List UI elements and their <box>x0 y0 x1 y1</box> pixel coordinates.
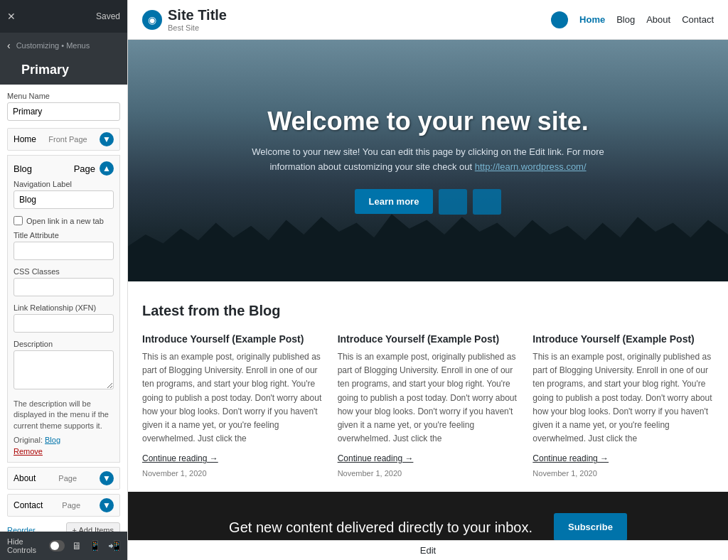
tablet-icon[interactable]: 📱 <box>89 540 101 551</box>
subscribe-button[interactable]: Subscribe <box>554 513 627 540</box>
home-item-toggle[interactable]: ▼ <box>100 132 114 146</box>
title-attr-group: Title Attribute <box>14 231 114 260</box>
nav-link-contact[interactable]: Contact <box>682 14 714 25</box>
original-blog-link[interactable]: Blog <box>45 436 60 444</box>
hide-controls-toggle[interactable] <box>49 540 65 551</box>
continue-reading-1[interactable]: Continue reading → <box>338 453 414 463</box>
site-header: ◉ Site Title Best Site Home Blog About C… <box>128 0 728 40</box>
new-tab-checkbox[interactable] <box>14 216 23 225</box>
blog-post-text-0: This is an example post, originally publ… <box>142 350 323 446</box>
hero-description: Welcome to your new site! You can edit t… <box>250 145 606 175</box>
nav-link-about[interactable]: About <box>646 14 670 25</box>
right-content: ◉ Site Title Best Site Home Blog About C… <box>128 0 728 560</box>
blog-post-title-0: Introduce Yourself (Example Post) <box>142 333 323 345</box>
subscribe-text: Get new content delivered directly to yo… <box>229 517 532 537</box>
reorder-add-row: Reorder + Add Items <box>7 522 120 532</box>
add-items-button[interactable]: + Add Items <box>66 522 120 532</box>
nav-logo-icon <box>551 11 568 28</box>
about-item-toggle[interactable]: ▼ <box>100 471 114 485</box>
mobile-icon[interactable]: 📲 <box>108 540 120 551</box>
menu-item-contact: Contact Page ▼ <box>7 494 120 517</box>
blog-post-0: Introduce Yourself (Example Post) This i… <box>142 333 323 478</box>
hero-placeholder-btn-2[interactable] <box>473 189 501 215</box>
contact-item-type: Page <box>62 501 80 510</box>
blog-item-toggle[interactable]: ▲ <box>100 161 114 176</box>
desktop-icon[interactable]: 🖥 <box>72 540 82 551</box>
description-group: Description <box>14 340 114 392</box>
css-classes-label: CSS Classes <box>14 267 114 276</box>
menu-name-label: Menu Name <box>7 92 120 100</box>
site-title-group: Site Title Best Site <box>168 7 227 32</box>
nav-label-group: Navigation Label <box>14 180 114 209</box>
site-logo-area: ◉ Site Title Best Site <box>142 7 227 32</box>
home-item-type: Front Page <box>48 135 87 144</box>
breadcrumb-text: Customizing • Menus <box>16 41 90 50</box>
css-classes-input[interactable] <box>14 278 114 296</box>
description-helper: The description will be displayed in the… <box>14 399 114 431</box>
blog-post-title-2: Introduce Yourself (Example Post) <box>532 333 714 345</box>
contact-item-toggle[interactable]: ▼ <box>100 498 114 512</box>
hero-title: Welcome to your new site. <box>267 107 588 136</box>
blog-section-title: Latest from the Blog <box>142 303 714 319</box>
blog-item-expanded: Blog Page ▲ Navigation Label Open link i… <box>7 155 120 463</box>
title-attr-label: Title Attribute <box>14 231 114 239</box>
new-tab-label: Open link in a new tab <box>26 217 104 225</box>
blog-section: Latest from the Blog Introduce Yourself … <box>128 281 728 492</box>
customizer-panel: ✕ Saved ‹ Customizing • Menus Primary Me… <box>0 0 128 560</box>
link-rel-group: Link Relationship (XFN) <box>14 303 114 333</box>
site-title: Site Title <box>168 7 227 23</box>
site-tagline: Best Site <box>168 23 227 32</box>
panel-breadcrumb: ‹ Customizing • Menus <box>0 33 127 58</box>
description-label: Description <box>14 340 114 348</box>
link-rel-label: Link Relationship (XFN) <box>14 303 114 312</box>
nav-link-home[interactable]: Home <box>579 14 605 25</box>
saved-status: Saved <box>96 11 120 21</box>
blog-post-text-2: This is an example post, originally publ… <box>532 350 714 446</box>
continue-reading-0[interactable]: Continue reading → <box>142 453 218 463</box>
post-date-1: November 1, 2020 <box>338 469 519 478</box>
blog-posts-grid: Introduce Yourself (Example Post) This i… <box>142 333 714 478</box>
close-button[interactable]: ✕ <box>7 11 16 22</box>
subscribe-section: Get new content delivered directly to yo… <box>128 492 728 540</box>
blog-item-header: Blog Page ▲ <box>14 161 114 176</box>
panel-body: Menu Name Home Front Page ▼ Blog Page ▲ … <box>0 85 127 532</box>
site-logo-icon: ◉ <box>142 10 162 30</box>
main-content: Welcome to your new site. Welcome to you… <box>128 40 728 540</box>
blog-item-label: Blog <box>14 163 32 174</box>
hero-buttons: Learn more <box>355 189 502 215</box>
panel-footer: Hide Controls 🖥 📱 📲 <box>0 532 127 560</box>
about-item-label: About <box>14 473 36 483</box>
nav-link-blog[interactable]: Blog <box>616 14 635 25</box>
original-link-row: Original: Blog <box>14 436 114 444</box>
blog-item-type: Page <box>74 163 95 174</box>
hide-controls-label: Hide Controls <box>7 537 42 554</box>
hero-section: Welcome to your new site. Welcome to you… <box>128 40 728 281</box>
learn-more-button[interactable]: Learn more <box>355 189 434 214</box>
home-item-label: Home <box>14 134 36 144</box>
blog-post-title-1: Introduce Yourself (Example Post) <box>338 333 519 345</box>
description-textarea[interactable] <box>14 350 114 389</box>
panel-title: Primary <box>0 58 127 85</box>
blog-post-text-1: This is an example post, originally publ… <box>338 350 519 446</box>
continue-reading-2[interactable]: Continue reading → <box>532 453 609 463</box>
about-item-type: Page <box>58 474 77 483</box>
back-arrow-icon[interactable]: ‹ <box>7 40 11 51</box>
blog-post-1: Introduce Yourself (Example Post) This i… <box>338 333 519 478</box>
panel-top-bar: ✕ Saved <box>0 0 127 33</box>
hero-placeholder-btn-1[interactable] <box>439 189 467 215</box>
reorder-button[interactable]: Reorder <box>7 526 36 532</box>
menu-name-group: Menu Name <box>7 92 120 121</box>
nav-label-label: Navigation Label <box>14 180 114 188</box>
menu-item-about: About Page ▼ <box>7 467 120 490</box>
edit-bar[interactable]: Edit <box>128 540 728 560</box>
post-date-2: November 1, 2020 <box>532 469 714 478</box>
css-classes-group: CSS Classes <box>14 267 114 296</box>
menu-item-home: Home Front Page ▼ <box>7 128 120 151</box>
nav-label-input[interactable] <box>14 190 114 209</box>
remove-link[interactable]: Remove <box>14 447 43 456</box>
site-nav: Home Blog About Contact <box>551 11 714 28</box>
hero-link[interactable]: http://learn.wordpress.com/ <box>475 161 587 172</box>
title-attr-input[interactable] <box>14 242 114 260</box>
link-rel-input[interactable] <box>14 314 114 333</box>
menu-name-input[interactable] <box>7 102 120 121</box>
